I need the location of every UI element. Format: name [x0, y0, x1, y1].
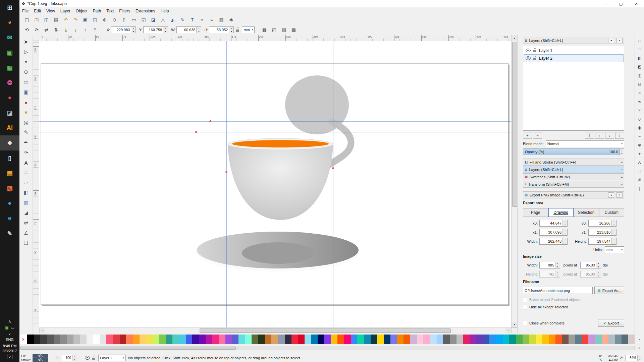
spinner-buttons[interactable]: ▴▾: [611, 238, 616, 244]
snap-text-baseline-icon[interactable]: A: [636, 158, 644, 167]
color-swatch[interactable]: [298, 335, 305, 344]
snap-toggle-icon[interactable]: ∩: [636, 36, 644, 45]
export-units-dropdown[interactable]: mm ▾: [605, 246, 624, 253]
save-document-icon[interactable]: ◫: [42, 15, 51, 24]
bezier-tool[interactable]: ✒: [21, 137, 32, 147]
menu-item[interactable]: Edit: [31, 8, 44, 14]
color-swatch[interactable]: [331, 335, 338, 344]
color-swatch[interactable]: [120, 335, 126, 344]
expand-arrow-icon[interactable]: ▴: [621, 161, 623, 164]
color-swatch[interactable]: [523, 335, 529, 344]
palette-more-icon[interactable]: »: [635, 346, 643, 350]
snap-bbox-corners-icon[interactable]: ◩: [636, 62, 644, 71]
affect-corners-icon[interactable]: ◰: [269, 25, 279, 35]
close-panel-icon[interactable]: ✕: [616, 38, 623, 43]
affect-gradient-icon[interactable]: ▤: [279, 25, 288, 35]
scroll-up-icon[interactable]: ▴: [512, 35, 517, 41]
color-swatch[interactable]: [172, 335, 179, 344]
flip-horizontal-icon[interactable]: ⇄: [42, 25, 51, 35]
dpi-field[interactable]: 95.33 ▴▾: [580, 262, 601, 268]
menu-item[interactable]: Object: [73, 8, 90, 14]
spinner-buttons[interactable]: ▴▾: [555, 262, 560, 268]
raise-layer-top-button[interactable]: ⤒: [585, 132, 594, 139]
zoom-page-icon[interactable]: ▯: [119, 15, 129, 24]
color-swatch[interactable]: [516, 335, 523, 344]
color-swatch[interactable]: [562, 335, 569, 344]
layers-panel-header[interactable]: ≣ Layers (Shift+Ctrl+L) ◂ ✕: [523, 37, 624, 44]
color-swatch[interactable]: [608, 335, 615, 344]
menu-item[interactable]: Layer: [58, 8, 73, 14]
connector-tool[interactable]: ⇄: [21, 218, 32, 228]
rectangle-tool[interactable]: ▭: [21, 77, 32, 87]
ellipse-tool[interactable]: ●: [21, 97, 32, 107]
color-swatch[interactable]: [463, 335, 470, 344]
color-swatch[interactable]: [232, 335, 238, 344]
visibility-eye-icon[interactable]: [526, 56, 531, 60]
color-swatch[interactable]: [423, 335, 430, 344]
color-swatch[interactable]: [450, 335, 457, 344]
taskbar-app-mail[interactable]: ✉: [0, 30, 19, 45]
color-swatch[interactable]: [404, 335, 410, 344]
dock-button[interactable]: ◂: [608, 38, 614, 43]
snap-midpoints-icon[interactable]: −: [636, 132, 644, 141]
guide-anchor[interactable]: [210, 121, 211, 122]
color-swatch[interactable]: [159, 335, 166, 344]
canvas[interactable]: [39, 41, 511, 327]
color-swatch[interactable]: [575, 335, 582, 344]
color-swatch[interactable]: [186, 335, 193, 344]
layer-row[interactable]: Layer 1: [524, 47, 624, 54]
align-dialog-icon[interactable]: ≡: [207, 15, 216, 24]
tray-expand-icon[interactable]: ∧: [8, 319, 11, 324]
language-indicator[interactable]: ENG: [6, 337, 14, 342]
no-color-swatch[interactable]: ✕: [19, 335, 27, 344]
undo-icon[interactable]: ↶: [61, 15, 70, 24]
color-swatch[interactable]: [496, 335, 503, 344]
color-swatch[interactable]: [27, 335, 34, 344]
affect-stroke-icon[interactable]: ▦: [260, 25, 269, 35]
color-swatch[interactable]: [291, 335, 298, 344]
volume-icon[interactable]: ♪: [9, 331, 11, 336]
color-swatch[interactable]: [265, 335, 272, 344]
expand-arrow-icon[interactable]: ▴: [621, 168, 623, 171]
snap-rotation-center-icon[interactable]: +: [636, 149, 644, 158]
spinner-buttons[interactable]: ▴▾: [562, 238, 567, 244]
dpi-field[interactable]: 95.33 ▴▾: [580, 271, 601, 278]
eraser-tool[interactable]: ▱: [21, 178, 32, 188]
color-swatch[interactable]: [100, 335, 107, 344]
panel-header[interactable]: ≣ Layers (Shift+Ctrl+L) ▴: [523, 166, 624, 173]
opacity-spinner[interactable]: ▴▾: [620, 148, 624, 155]
panel-header[interactable]: ◧ Fill and Stroke (Shift+Ctrl+F) ▴: [523, 159, 624, 166]
color-swatch[interactable]: [212, 335, 219, 344]
color-swatch[interactable]: [60, 335, 67, 344]
spinner-buttons[interactable]: ▴▾: [611, 229, 616, 235]
tray-app-icon[interactable]: ▣: [5, 325, 9, 330]
color-swatch[interactable]: [555, 335, 562, 344]
menu-item[interactable]: Extensions: [133, 8, 158, 14]
color-swatch[interactable]: [503, 335, 509, 344]
raise-icon[interactable]: ↑: [80, 25, 90, 35]
layer-row[interactable]: Layer 2: [524, 54, 624, 62]
spinner-buttons[interactable]: ▴▾: [196, 27, 201, 33]
star-tool[interactable]: ★: [21, 107, 32, 117]
horizontal-ruler[interactable]: 0255075100125150175200225250275300325350…: [39, 35, 511, 41]
export-panel-header[interactable]: ▦ Export PNG Image (Shift+Ctrl+E) ◂ ✕: [523, 191, 624, 198]
export-as-button[interactable]: ▦ Export As...: [594, 287, 624, 294]
snap-object-centers-icon[interactable]: ⊕: [636, 141, 644, 149]
box-3d-tool[interactable]: ▣: [21, 87, 32, 97]
snap-bbox-midpoints-icon[interactable]: ◫: [636, 71, 644, 80]
spinner-buttons[interactable]: ▴▾: [131, 27, 136, 33]
spinner-buttons[interactable]: ▴▾: [72, 355, 77, 361]
menu-item[interactable]: Path: [90, 8, 104, 14]
zoom-tool[interactable]: ⊙: [21, 67, 32, 77]
export-area-tab[interactable]: Selection: [574, 208, 599, 217]
spinner-buttons[interactable]: ▴▾: [596, 271, 601, 277]
selector-tool[interactable]: ➤: [21, 37, 32, 47]
color-swatch[interactable]: [371, 335, 377, 344]
preferences-icon[interactable]: ✱: [226, 15, 236, 24]
snap-bounding-box-icon[interactable]: ▭: [636, 45, 644, 54]
color-swatch[interactable]: [489, 335, 496, 344]
lower-layer-bottom-button[interactable]: ⤓: [615, 132, 624, 139]
new-document-icon[interactable]: ▢: [22, 15, 32, 24]
export-coordinate-field[interactable]: 16.266 ▴▾: [588, 220, 616, 227]
export-button[interactable]: ✔ Export: [598, 319, 624, 327]
